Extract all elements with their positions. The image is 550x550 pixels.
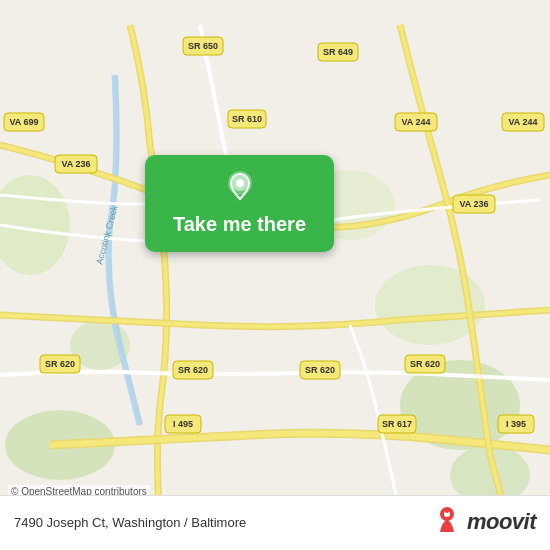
- svg-text:SR 649: SR 649: [323, 47, 353, 57]
- moovit-brand-text: moovit: [467, 509, 536, 535]
- svg-text:VA 244: VA 244: [401, 117, 430, 127]
- svg-text:SR 610: SR 610: [232, 114, 262, 124]
- moovit-icon-svg: [431, 506, 463, 538]
- bottom-bar: 7490 Joseph Ct, Washington / Baltimore m…: [0, 495, 550, 550]
- svg-text:SR 620: SR 620: [410, 359, 440, 369]
- svg-text:I 395: I 395: [506, 419, 526, 429]
- svg-text:VA 699: VA 699: [9, 117, 38, 127]
- take-me-there-label: Take me there: [173, 213, 306, 236]
- svg-text:VA 236: VA 236: [459, 199, 488, 209]
- svg-point-41: [236, 179, 244, 187]
- svg-text:SR 650: SR 650: [188, 41, 218, 51]
- take-me-there-container: Take me there: [145, 155, 334, 252]
- svg-text:SR 617: SR 617: [382, 419, 412, 429]
- moovit-logo: moovit: [431, 506, 536, 538]
- svg-text:VA 236: VA 236: [61, 159, 90, 169]
- svg-text:SR 620: SR 620: [45, 359, 75, 369]
- svg-text:I 495: I 495: [173, 419, 193, 429]
- location-pin-icon: [222, 169, 258, 205]
- svg-point-44: [445, 509, 449, 513]
- map-background: SR 650 SR 649 VA 699 VA 236 SR 610 VA 24…: [0, 0, 550, 550]
- map-container: SR 650 SR 649 VA 699 VA 236 SR 610 VA 24…: [0, 0, 550, 550]
- take-me-there-card[interactable]: Take me there: [145, 155, 334, 252]
- address-text: 7490 Joseph Ct, Washington / Baltimore: [14, 515, 246, 530]
- svg-text:SR 620: SR 620: [305, 365, 335, 375]
- svg-text:VA 244: VA 244: [508, 117, 537, 127]
- svg-text:SR 620: SR 620: [178, 365, 208, 375]
